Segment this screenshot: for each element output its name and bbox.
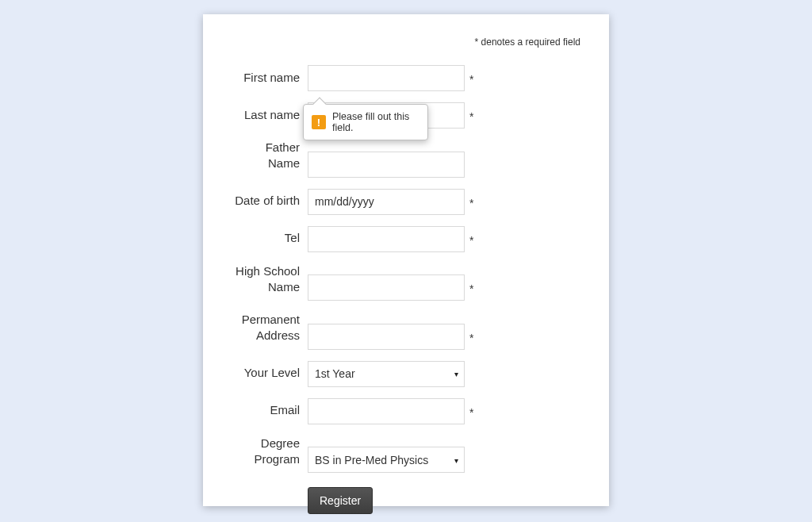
row-email: Email *	[232, 398, 580, 424]
label-last-name: Last name	[232, 107, 308, 129]
row-level: Your Level 1st Year ▾	[232, 361, 580, 387]
row-submit: Register	[232, 487, 580, 514]
address-input[interactable]	[308, 324, 465, 350]
tooltip-text: Please fill out this field.	[332, 111, 419, 133]
label-email: Email	[232, 402, 308, 424]
required-note: * denotes a required field	[232, 36, 580, 48]
label-first-name: First name	[232, 70, 308, 91]
required-marker	[465, 172, 476, 178]
tel-input[interactable]	[308, 226, 465, 252]
row-degree: Degree Program BS in Pre-Med Physics ▾	[232, 436, 580, 474]
label-degree: Degree Program	[232, 436, 308, 474]
required-marker: *	[465, 73, 476, 91]
required-marker: *	[465, 332, 476, 350]
register-button[interactable]: Register	[308, 487, 373, 514]
email-input[interactable]	[308, 398, 465, 424]
level-select[interactable]: 1st Year	[308, 361, 465, 387]
label-level: Your Level	[232, 365, 308, 386]
row-first-name: First name *	[232, 65, 580, 91]
required-marker	[465, 382, 476, 387]
label-dob: Date of birth	[232, 193, 308, 214]
dob-input[interactable]: mm/dd/yyyy	[308, 189, 465, 215]
required-marker: *	[465, 110, 476, 129]
row-highschool: High School Name *	[232, 263, 580, 301]
first-name-input[interactable]	[308, 65, 465, 91]
father-name-input[interactable]	[308, 152, 465, 178]
required-marker: *	[465, 406, 476, 424]
warning-icon: !	[312, 115, 326, 129]
row-father-name: Father Name	[232, 140, 580, 178]
label-father-name: Father Name	[232, 140, 308, 178]
row-tel: Tel *	[232, 226, 580, 252]
required-marker	[465, 467, 476, 473]
highschool-input[interactable]	[308, 274, 465, 301]
validation-tooltip: ! Please fill out this field.	[303, 104, 428, 140]
row-dob: Date of birth mm/dd/yyyy *	[232, 189, 580, 215]
label-address: Permanent Address	[232, 312, 308, 350]
degree-select[interactable]: BS in Pre-Med Physics	[308, 447, 465, 473]
row-address: Permanent Address *	[232, 312, 580, 350]
card: * denotes a required field First name * …	[203, 14, 609, 506]
label-highschool: High School Name	[232, 263, 308, 301]
label-tel: Tel	[232, 230, 308, 251]
required-marker: *	[465, 234, 476, 252]
required-marker: *	[465, 197, 476, 215]
required-marker: *	[465, 282, 476, 301]
